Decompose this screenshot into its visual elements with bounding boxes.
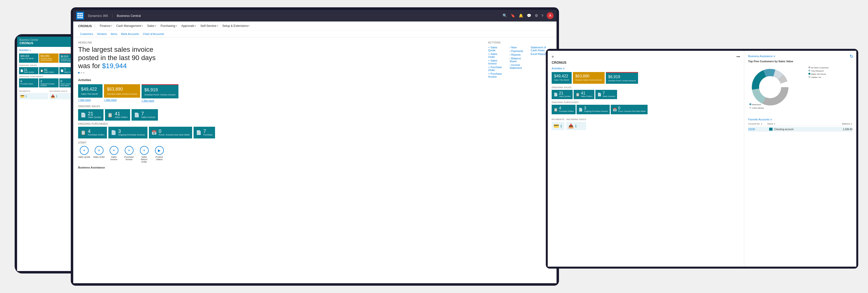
phone-payments-tile[interactable]: 💳 1 bbox=[19, 93, 48, 99]
tablet-pd-tile[interactable]: 📅 0 Purch. Invoices Due Next Week bbox=[611, 105, 648, 114]
start-sales-invoice[interactable]: + Sales Invoice bbox=[108, 146, 120, 163]
menu-sales[interactable]: Sales ▾ bbox=[145, 23, 158, 29]
dot-inactive bbox=[81, 72, 82, 74]
menu-cash[interactable]: Cash Management ▾ bbox=[114, 23, 145, 29]
purchase-orders-tile[interactable]: 📋 4 Purchase Orders bbox=[78, 127, 107, 139]
tablet-so-tile[interactable]: 📋 41 Sales Orders bbox=[574, 90, 594, 99]
tablet-content: ≡ ••• CRONUS Activities ∨ $49,422 Sales … bbox=[548, 51, 856, 267]
chat-icon[interactable]: 💬 bbox=[527, 13, 531, 18]
start-product-videos[interactable]: ▶ Product Videos bbox=[153, 146, 165, 163]
start-purchase-invoice[interactable]: + Purchase Invoice bbox=[123, 146, 135, 163]
action-income-statement[interactable]: Income Statement bbox=[509, 63, 526, 69]
start-sales-return[interactable]: + Sales Return Order bbox=[138, 146, 150, 163]
fa-col-balance[interactable]: Balance ∨ bbox=[842, 123, 852, 125]
tablet-opi-label: Ongoing Purchase Invoices bbox=[584, 110, 608, 113]
phone-tile-sales-label: Sales This Month bbox=[21, 58, 37, 59]
ongoing-purch-invoices-tile[interactable]: 📄 3 Ongoing Purchase Invoices bbox=[108, 127, 148, 139]
tile-sales-label: Sales This Month bbox=[81, 93, 100, 95]
tablet-activities-label[interactable]: Activities ∨ bbox=[552, 67, 740, 70]
menu-self-service[interactable]: Self-Service ▾ bbox=[198, 23, 220, 29]
tablet-os-label: Overdue Sales Invoice Amount bbox=[575, 79, 602, 81]
bookmark-icon[interactable]: 🔖 bbox=[510, 13, 515, 18]
refresh-button[interactable]: ↻ bbox=[850, 54, 854, 59]
action-purchase-order[interactable]: Purchase Order bbox=[488, 66, 504, 71]
phone-tile-overdue-sales[interactable]: $63,890 Overdue Sales Invoice Amount bbox=[39, 54, 58, 63]
menu-finance[interactable]: Finance ▾ bbox=[98, 23, 114, 29]
sales-orders-tile[interactable]: 📋 41 Sales Orders bbox=[105, 109, 130, 121]
sales-invoices-tile[interactable]: 📄 7 Sales Invoices bbox=[131, 109, 158, 121]
menu-approvals[interactable]: Approvals ▾ bbox=[179, 23, 198, 29]
action-purchase-invoice[interactable]: Purchase Invoice bbox=[488, 72, 504, 78]
action-new[interactable]: New bbox=[509, 46, 526, 49]
action-sales-order[interactable]: Sales Order bbox=[488, 53, 504, 58]
action-payments[interactable]: Payments bbox=[509, 50, 526, 53]
phone-company: CRONUS bbox=[20, 41, 78, 45]
tablet-opi-count: 3 bbox=[584, 106, 608, 110]
sq-plus-icon: + bbox=[80, 146, 89, 155]
fa-account-number[interactable]: 10100 bbox=[748, 128, 768, 130]
waffle-button[interactable] bbox=[76, 12, 84, 20]
hamburger-menu-icon[interactable]: ≡ bbox=[552, 55, 554, 59]
sq-info: 21 Sales Quotes bbox=[88, 111, 101, 119]
tablet-sq-tile[interactable]: 📄 21 Sales Quotes bbox=[552, 90, 572, 99]
search-icon[interactable]: 🔍 bbox=[503, 13, 507, 18]
more-options-icon[interactable]: ••• bbox=[737, 55, 740, 59]
tablet-tile-overdue-sales[interactable]: $63,890 Overdue Sales Invoice Amount bbox=[573, 72, 604, 84]
phone-tile-sales[interactable]: $49,422 Sales This Month bbox=[19, 54, 38, 63]
phone-ongoing-purchase-tile[interactable]: 3 Ongoing Purchase Invoices bbox=[39, 78, 58, 87]
fa-col-account[interactable]: Account No. ∨ bbox=[748, 123, 763, 125]
video-play-icon: ▶ bbox=[155, 146, 164, 155]
action-sales-quote[interactable]: Sales Quote bbox=[488, 46, 504, 52]
tile-os-more-link[interactable]: > See more bbox=[104, 99, 140, 101]
nav-separator: | bbox=[112, 13, 113, 18]
purchase-tile-extra[interactable]: 📄 7 Purchase bbox=[193, 127, 215, 139]
fa-col-name[interactable]: Name ∨ bbox=[768, 123, 842, 125]
breadcrumb-chart[interactable]: Chart of Accounts bbox=[141, 32, 166, 35]
tablet-tile-sales[interactable]: $49,422 Sales This Month bbox=[552, 72, 572, 84]
tablet-po-tile[interactable]: 📋 4 Purchase Orders bbox=[552, 105, 576, 114]
phone-sales-quotes-tile[interactable]: 📄 21 Sales Quotes bbox=[19, 67, 38, 74]
tablet-toolbar: ≡ ••• bbox=[552, 55, 740, 59]
start-sales-quote[interactable]: + Sales Quote bbox=[78, 146, 90, 163]
tile-overdue-sales[interactable]: $63,890 Overdue Sales Invoice Amount bbox=[104, 84, 140, 98]
phone-purchase-orders-tile[interactable]: 4 Purchase Orders bbox=[19, 78, 38, 87]
tile-sales-this-month[interactable]: $49,422 Sales This Month bbox=[78, 84, 102, 98]
user-avatar[interactable]: A bbox=[547, 12, 554, 19]
ongoing-sales-header: ONGOING SALES bbox=[78, 105, 481, 108]
start-sales-order[interactable]: + Sales Order bbox=[93, 146, 105, 163]
tablet-sq-label: Sales Quotes bbox=[559, 95, 571, 98]
tablet-incoming-tile[interactable]: 📥 1 bbox=[566, 122, 586, 130]
waffle-dot bbox=[81, 13, 83, 14]
tablet-payments-tile[interactable]: 💳 1 bbox=[552, 122, 564, 130]
tile-op-more-link[interactable]: > See more bbox=[142, 99, 179, 102]
action-reports[interactable]: Reports bbox=[509, 53, 526, 56]
help-icon[interactable]: ? bbox=[541, 14, 544, 18]
tablet-si-tile[interactable]: 📄 7 Sales Invoices bbox=[595, 90, 617, 99]
fa-table-header: Account No. ∨ Name ∨ Balance ∨ bbox=[748, 123, 852, 126]
settings-icon[interactable]: ⚙ bbox=[535, 13, 538, 18]
breadcrumb-items[interactable]: Items bbox=[109, 32, 119, 35]
tile-overdue-purch[interactable]: $6,919 Overdue Purch. Invoice Amount bbox=[142, 84, 179, 98]
legend-dot-trey bbox=[808, 69, 810, 71]
breadcrumb-customers[interactable]: Customers bbox=[78, 32, 95, 35]
breadcrumb-bank[interactable]: Bank Accounts bbox=[119, 32, 141, 35]
menu-purchasing[interactable]: Purchasing ▾ bbox=[159, 23, 179, 29]
phone-activities-label[interactable]: Activities ∨ bbox=[19, 49, 31, 52]
fa-table-row[interactable]: 10100 Checking account 1,638.40 bbox=[748, 127, 852, 131]
legend-colho: Colho Winery bbox=[749, 107, 764, 109]
headline-section: HEADLINE The largest sales invoice poste… bbox=[78, 41, 481, 74]
action-sales-invoice[interactable]: Sales Invoice bbox=[488, 59, 504, 65]
dynamics-nav-link[interactable]: Dynamics 365 bbox=[86, 13, 110, 19]
tablet-ba-label[interactable]: Business Assistance ∨ bbox=[748, 55, 852, 58]
action-balance-sheet[interactable]: Balance Sheet bbox=[509, 57, 526, 63]
tile-sales-more-link[interactable]: > See more bbox=[78, 99, 102, 101]
phone-sales-orders-tile[interactable]: 📋 41 Sales Orders bbox=[39, 67, 58, 74]
tablet-opi-tile[interactable]: 📄 3 Ongoing Purchase Invoices bbox=[577, 105, 610, 114]
purch-due-tile[interactable]: 📅 0 Purch. Invoices Due Next Week bbox=[149, 127, 192, 139]
sales-quotes-tile[interactable]: 📄 21 Sales Quotes bbox=[78, 109, 103, 121]
favorite-accounts-title[interactable]: Favorite Accounts ∨ bbox=[748, 118, 852, 121]
bell-icon[interactable]: 🔔 bbox=[519, 13, 523, 18]
breadcrumb-vendors[interactable]: Vendors bbox=[95, 32, 108, 35]
tablet-tile-overdue-purch[interactable]: $6,919 Overdue Purch. Invoice Amount bbox=[606, 72, 638, 84]
menu-setup[interactable]: Setup & Extensions ▾ bbox=[220, 23, 252, 29]
